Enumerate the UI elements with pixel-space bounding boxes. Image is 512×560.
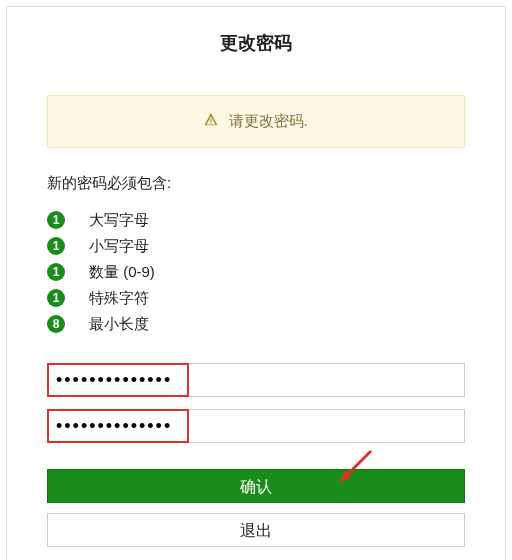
requirement-count-badge: 1 — [47, 237, 65, 255]
confirm-password-input[interactable] — [47, 409, 465, 443]
requirement-item: 1 大写字母 — [47, 207, 465, 233]
exit-button[interactable]: 退出 — [47, 513, 465, 547]
requirement-label: 特殊字符 — [89, 285, 149, 311]
requirement-label: 最小长度 — [89, 311, 149, 337]
warning-icon — [204, 112, 218, 129]
page-title: 更改密码 — [47, 31, 465, 55]
requirement-label: 数量 (0-9) — [89, 259, 155, 285]
requirement-item: 1 小写字母 — [47, 233, 465, 259]
requirement-item: 1 数量 (0-9) — [47, 259, 465, 285]
requirement-label: 大写字母 — [89, 207, 149, 233]
requirements-heading: 新的密码必须包含: — [47, 174, 465, 193]
new-password-row — [47, 363, 465, 397]
requirement-item: 1 特殊字符 — [47, 285, 465, 311]
requirement-count-badge: 8 — [47, 315, 65, 333]
alert-text: 请更改密码. — [229, 112, 308, 129]
requirement-count-badge: 1 — [47, 263, 65, 281]
confirm-button[interactable]: 确认 — [47, 469, 465, 503]
confirm-password-row — [47, 409, 465, 443]
requirement-item: 8 最小长度 — [47, 311, 465, 337]
change-password-panel: 更改密码 请更改密码. 新的密码必须包含: 1 大写字母 1 小写字母 1 数量… — [6, 6, 506, 560]
requirement-label: 小写字母 — [89, 233, 149, 259]
alert-banner: 请更改密码. — [47, 95, 465, 148]
requirement-count-badge: 1 — [47, 289, 65, 307]
new-password-input[interactable] — [47, 363, 465, 397]
requirements-list: 1 大写字母 1 小写字母 1 数量 (0-9) 1 特殊字符 8 最小长度 — [47, 207, 465, 337]
requirement-count-badge: 1 — [47, 211, 65, 229]
button-row: 确认 退出 — [47, 469, 465, 547]
